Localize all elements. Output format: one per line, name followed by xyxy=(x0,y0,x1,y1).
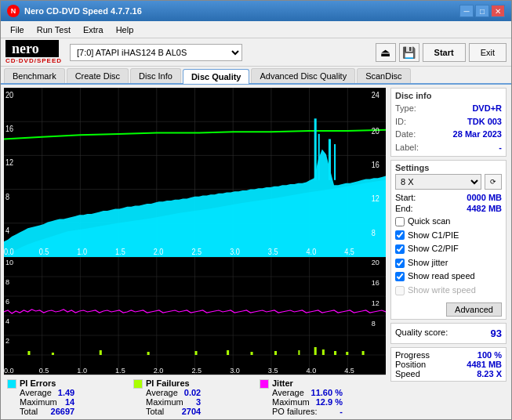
svg-rect-55 xyxy=(52,353,54,355)
disc-label-value: - xyxy=(499,141,502,154)
end-value: 4482 MB xyxy=(467,204,502,213)
show-c1pie-checkbox[interactable] xyxy=(395,230,405,240)
jitter-average-val: 11.60 % xyxy=(311,388,343,397)
settings-section: Settings 8 X Max 4 X 2 X ⟳ Start: 0000 M… xyxy=(390,160,507,320)
advanced-button[interactable]: Advanced xyxy=(446,302,502,317)
start-row: Start: 0000 MB xyxy=(395,193,502,202)
pi-errors-total: Total 26697 xyxy=(20,407,74,416)
start-button[interactable]: Start xyxy=(423,43,466,62)
tab-create-disc[interactable]: Create Disc xyxy=(67,68,129,83)
jitter-po-label: PO failures: xyxy=(272,407,317,416)
svg-text:6: 6 xyxy=(5,298,9,306)
svg-text:2: 2 xyxy=(5,337,9,345)
jitter-average: Average 11.60 % xyxy=(272,388,343,397)
window-title: Nero CD-DVD Speed 4.7.7.16 xyxy=(24,6,142,16)
svg-rect-17 xyxy=(329,139,331,179)
disc-type-value: DVD+R xyxy=(472,102,502,115)
exit-button[interactable]: Exit xyxy=(469,43,507,62)
svg-text:4: 4 xyxy=(5,225,9,235)
svg-text:1.0: 1.0 xyxy=(77,246,87,256)
speed-value: 8.23 X xyxy=(477,369,502,378)
menu-run-test[interactable]: Run Test xyxy=(31,24,77,36)
tab-disc-quality[interactable]: Disc Quality xyxy=(183,69,250,84)
disc-id-row: ID: TDK 003 xyxy=(395,115,502,129)
pi-failures-average-label: Average xyxy=(146,388,178,397)
svg-text:24: 24 xyxy=(372,89,379,100)
progress-label: Progress xyxy=(395,350,430,360)
pi-failures-content: PI Failures Average 0.02 Maximum 3 Total… xyxy=(146,378,201,416)
bottom-chart: 10 8 6 4 2 20 16 12 8 0.0 0.5 1.0 1. xyxy=(4,257,386,375)
svg-text:2.5: 2.5 xyxy=(191,246,202,256)
svg-text:2.0: 2.0 xyxy=(154,246,164,256)
drive-combo[interactable]: [7:0] ATAPI iHAS124 B AL0S xyxy=(70,44,242,61)
speed-icon-btn[interactable]: ⟳ xyxy=(485,174,502,190)
svg-text:8: 8 xyxy=(372,226,376,237)
end-label: End: xyxy=(395,204,413,213)
tab-disc-info[interactable]: Disc Info xyxy=(130,68,181,83)
svg-rect-16 xyxy=(318,134,320,180)
main-window: N Nero CD-DVD Speed 4.7.7.16 ─ □ ✕ File … xyxy=(0,0,512,420)
pi-errors-maximum-label: Maximum xyxy=(20,397,57,407)
svg-text:0.5: 0.5 xyxy=(39,246,49,256)
tab-benchmark[interactable]: Benchmark xyxy=(4,68,65,83)
svg-text:16: 16 xyxy=(372,159,379,169)
progress-value: 100 % xyxy=(478,350,502,360)
maximize-button[interactable]: □ xyxy=(475,5,489,17)
show-read-speed-label: Show read speed xyxy=(408,270,475,284)
speed-row: Speed 8.23 X xyxy=(395,369,502,378)
quality-label: Quality score: xyxy=(395,328,448,339)
pi-errors-maximum-val: 14 xyxy=(65,397,74,407)
jitter-content: Jitter Average 11.60 % Maximum 12.9 % PO… xyxy=(272,378,343,416)
svg-text:0.0: 0.0 xyxy=(4,246,14,256)
svg-rect-60 xyxy=(251,352,253,355)
app-icon: N xyxy=(7,5,20,17)
title-bar-left: N Nero CD-DVD Speed 4.7.7.16 xyxy=(7,5,142,17)
quick-scan-checkbox[interactable] xyxy=(395,217,405,226)
nero-subtitle: CD·DVD/SPEED xyxy=(5,57,62,64)
svg-rect-61 xyxy=(274,351,277,355)
svg-text:4.5: 4.5 xyxy=(344,246,354,256)
drive-select: [7:0] ATAPI iHAS124 B AL0S xyxy=(70,44,372,61)
pi-errors-legend xyxy=(7,379,16,389)
show-read-speed-checkbox[interactable] xyxy=(395,272,405,281)
speed-combo[interactable]: 8 X Max 4 X 2 X xyxy=(395,174,481,190)
quality-row: Quality score: 93 xyxy=(395,326,502,341)
position-row: Position 4481 MB xyxy=(395,360,502,369)
save-button[interactable]: 💾 xyxy=(399,43,419,62)
show-write-speed-label: Show write speed xyxy=(408,284,476,298)
svg-text:4.0: 4.0 xyxy=(307,367,317,375)
menu-extra[interactable]: Extra xyxy=(77,24,110,36)
show-c2pif-checkbox[interactable] xyxy=(395,244,405,254)
svg-text:12: 12 xyxy=(5,157,13,167)
svg-text:10: 10 xyxy=(5,259,13,266)
eject-button[interactable]: ⏏ xyxy=(376,43,396,62)
progress-section: Progress 100 % Position 4481 MB Speed 8.… xyxy=(390,347,507,382)
svg-rect-18 xyxy=(334,144,336,180)
svg-rect-62 xyxy=(298,350,300,355)
quick-scan-row: Quick scan xyxy=(395,215,502,229)
minimize-button[interactable]: ─ xyxy=(459,5,474,17)
show-jitter-label: Show jitter xyxy=(408,256,448,270)
svg-rect-65 xyxy=(334,351,336,355)
svg-text:20: 20 xyxy=(372,125,379,136)
disc-label-label: Label: xyxy=(395,141,419,154)
window-close-button[interactable]: ✕ xyxy=(491,5,505,17)
svg-text:8: 8 xyxy=(372,320,376,328)
show-jitter-checkbox[interactable] xyxy=(395,259,405,268)
svg-text:8: 8 xyxy=(5,191,9,201)
svg-rect-67 xyxy=(362,351,365,355)
menu-help[interactable]: Help xyxy=(110,24,140,36)
menu-bar: File Run Test Extra Help xyxy=(1,21,511,38)
svg-text:4.0: 4.0 xyxy=(307,246,317,256)
jitter-label: Jitter xyxy=(272,378,343,388)
svg-text:0.5: 0.5 xyxy=(39,367,49,375)
svg-rect-58 xyxy=(195,351,198,355)
pi-failures-average-val: 0.02 xyxy=(184,388,201,397)
pi-errors-average-label: Average xyxy=(20,388,52,397)
show-write-speed-checkbox[interactable] xyxy=(395,286,405,295)
tab-advanced-disc-quality[interactable]: Advanced Disc Quality xyxy=(251,68,355,83)
tab-scan-disc[interactable]: ScanDisc xyxy=(357,68,410,83)
pi-failures-total-val: 2704 xyxy=(182,407,201,416)
settings-title: Settings xyxy=(395,163,502,172)
menu-file[interactable]: File xyxy=(4,24,31,36)
